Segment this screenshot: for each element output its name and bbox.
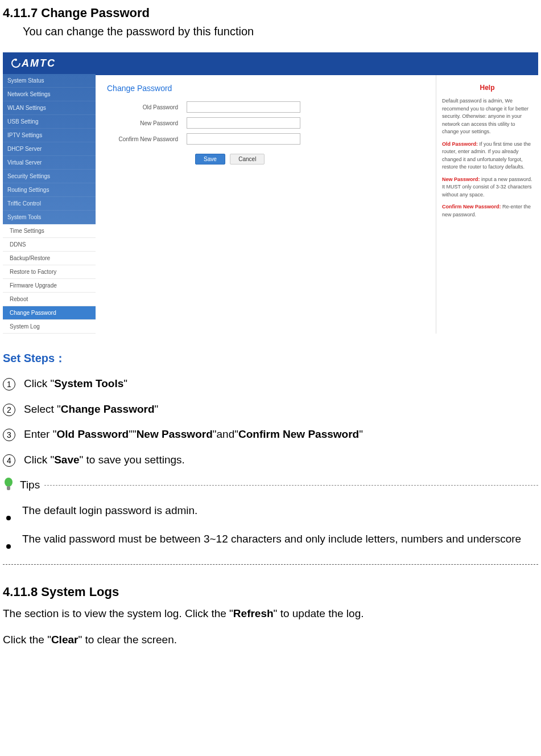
confirm-password-input[interactable] xyxy=(187,133,300,145)
help-old-password: Old Password: If you first time use the … xyxy=(442,141,532,171)
help-confirm-password: Confirm New Password: Re-enter the new p… xyxy=(442,203,532,219)
svg-point-0 xyxy=(15,59,17,61)
sidebar-item-system-tools[interactable]: System Tools xyxy=(3,211,96,224)
new-password-label: New Password xyxy=(107,120,187,126)
circled-3-icon: 3 xyxy=(3,429,15,441)
sidebar-item-usb-setting[interactable]: USB Setting xyxy=(3,115,96,129)
dashed-divider-full xyxy=(3,564,538,565)
step-1: 1 Click "System Tools" xyxy=(3,376,538,392)
old-password-input[interactable] xyxy=(187,101,300,113)
sub-system-log[interactable]: System Log xyxy=(3,320,96,334)
sidebar-item-routing-settings[interactable]: Routing Settings xyxy=(3,183,96,197)
sidebar-item-network-settings[interactable]: Network Settings xyxy=(3,88,96,101)
sub-restore-factory[interactable]: Restore to Factory xyxy=(3,265,96,279)
sub-change-password[interactable]: Change Password xyxy=(3,306,96,320)
form-area: Change Password Old Password New Passwor… xyxy=(96,75,436,334)
sidebar-item-security-settings[interactable]: Security Settings xyxy=(3,170,96,183)
help-intro: Default password is admin, We recommend … xyxy=(442,97,532,136)
sidebar-item-system-status[interactable]: System Status xyxy=(3,74,96,88)
step-3: 3 Enter "Old Password""New Password"and"… xyxy=(3,427,538,442)
help-panel: Help Default password is admin, We recom… xyxy=(436,75,538,334)
save-button[interactable]: Save xyxy=(195,154,225,165)
sub-firmware-upgrade[interactable]: Firmware Upgrade xyxy=(3,279,96,293)
circled-4-icon: 4 xyxy=(3,454,15,467)
circled-1-icon: 1 xyxy=(3,378,15,391)
sidebar-item-wlan-settings[interactable]: WLAN Settings xyxy=(3,101,96,115)
old-password-label: Old Password xyxy=(107,104,187,110)
section-heading-4-11-8: 4.11.8 System Logs xyxy=(3,585,538,599)
help-new-password: New Password: input a new password. It M… xyxy=(442,176,532,199)
section-intro: You can change the password by this func… xyxy=(23,25,538,38)
sidebar-item-dhcp-server[interactable]: DHCP Server xyxy=(3,142,96,156)
sub-ddns[interactable]: DDNS xyxy=(3,238,96,252)
section-heading-4-11-7: 4.11.7 Change Password xyxy=(3,6,538,20)
sub-time-settings[interactable]: Time Settings xyxy=(3,224,96,238)
sub-backup-restore[interactable]: Backup/Restore xyxy=(3,252,96,265)
step-2: 2 Select "Change Password" xyxy=(3,402,538,417)
bullet-icon xyxy=(6,544,11,549)
section2-p1: The section is to view the system log. C… xyxy=(3,604,538,623)
router-screenshot: AMTC System Status Network Settings WLAN… xyxy=(3,52,538,334)
swoosh-icon xyxy=(11,59,20,68)
dashed-divider xyxy=(44,485,538,486)
tip-bullet-1: The default login password is admin. xyxy=(3,500,538,521)
step-4: 4 Click "Save" to save you settings. xyxy=(3,453,538,468)
bullet-icon xyxy=(6,516,11,520)
svg-point-1 xyxy=(5,478,13,487)
tip-bullet-2: The valid password must be between 3~12 … xyxy=(3,529,538,549)
sub-reboot[interactable]: Reboot xyxy=(3,293,96,306)
new-password-input[interactable] xyxy=(187,117,300,129)
lightbulb-icon xyxy=(3,478,14,492)
form-title: Change Password xyxy=(107,84,424,93)
set-steps-heading: Set Steps： xyxy=(3,351,538,366)
brand-logo: AMTC xyxy=(11,57,56,69)
svg-rect-2 xyxy=(7,486,10,490)
circled-2-icon: 2 xyxy=(3,404,15,416)
tips-label: Tips xyxy=(20,479,40,491)
tips-header: Tips xyxy=(3,478,538,492)
router-header: AMTC xyxy=(3,52,538,74)
cancel-button[interactable]: Cancel xyxy=(230,154,265,165)
confirm-password-label: Confirm New Password xyxy=(107,136,187,142)
help-title: Help xyxy=(442,84,532,92)
sidebar-item-iptv-settings[interactable]: IPTV Settings xyxy=(3,129,96,142)
section2-p2: Click the "Clear" to clear the screen. xyxy=(3,630,538,650)
sidebar: System Status Network Settings WLAN Sett… xyxy=(3,74,96,334)
sidebar-item-virtual-server[interactable]: Virtual Server xyxy=(3,156,96,170)
sidebar-item-traffic-control[interactable]: Triffic Control xyxy=(3,197,96,211)
